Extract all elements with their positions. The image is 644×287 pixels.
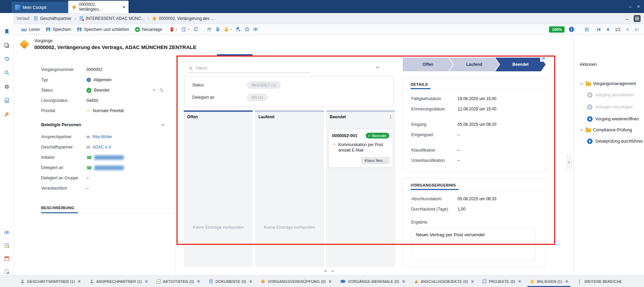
zoom-badge[interactable]: 100% (549, 26, 564, 33)
chevron-down-icon[interactable] (230, 28, 232, 31)
chevron-down-icon[interactable] (580, 82, 584, 86)
lookup-search-icon[interactable] (159, 88, 164, 93)
first-page-icon[interactable] (596, 27, 601, 32)
filter-pill-status[interactable]: BEENDET (1) (247, 82, 281, 88)
breadcrumb-item-geschaeftspartner[interactable]: Geschäftspartner (34, 16, 72, 21)
favorite-button[interactable] (243, 25, 251, 34)
tools-wrench-icon[interactable] (4, 111, 10, 117)
kanban-filter[interactable] (187, 64, 311, 73)
anliegen-card[interactable]: 0000002-001 Beendet Kommunikation per Po… (328, 129, 393, 168)
section-beschreibung[interactable]: BESCHREIBUNG (41, 202, 175, 213)
scroll-up-icon[interactable] (331, 269, 335, 273)
copy-button[interactable] (180, 25, 192, 34)
field-delegiert-an[interactable]: Delegiert an ☎ (41, 163, 175, 173)
watch-button[interactable] (251, 25, 260, 34)
filter-input[interactable] (196, 66, 309, 71)
contact-link[interactable]: Rita Müller (93, 134, 112, 139)
field-loesungsstatus[interactable]: Lösungsstatus Gelöst (41, 95, 175, 106)
save-and-close-button[interactable]: Speichern und schließen (74, 25, 132, 34)
menu-burger-icon[interactable] (584, 27, 590, 32)
field-initiator[interactable]: Initiator ☎ (41, 152, 175, 163)
windows-icon[interactable] (4, 43, 10, 48)
field-delegiert-an-gruppe[interactable]: Delegiert an Gruppe – (41, 173, 175, 183)
last-page-icon[interactable] (634, 27, 639, 32)
attachment-button[interactable] (214, 25, 222, 34)
bottom-tab-aktivitaeten[interactable]: AKTIVITÄTEN (3) × (152, 276, 204, 287)
assignee-tag[interactable]: Klaus Nes... (361, 157, 389, 164)
history-back-icon[interactable]: ← (625, 15, 630, 22)
bottom-tab-projekte[interactable]: PROJEKTE (0) × (478, 276, 525, 287)
new-document-icon[interactable] (4, 269, 10, 274)
collapse-filter-chevron-icon[interactable] (375, 65, 380, 70)
collapse-chevron-icon[interactable] (161, 123, 165, 127)
filter-pill-delegiert[interactable]: KN (1) (247, 94, 267, 101)
field-ansprechpartner[interactable]: Ansprechpartner ✉ Rita Müller (41, 132, 175, 142)
bottom-tab-vorgaenge-merkmale[interactable]: VORGÄNGE-MERKMALE (0) × (336, 276, 409, 287)
report-icon[interactable] (4, 98, 10, 103)
result-textarea[interactable]: Neuer Vertrag per Post versendet (411, 228, 536, 261)
action-group-compliance-pruefung[interactable]: Compliance-Prüfung (580, 125, 644, 135)
field-status[interactable]: Status Beendet (41, 85, 175, 95)
search-icon[interactable] (4, 70, 10, 75)
tab-vorgang-active[interactable]: 0000002, Verlängeru... × (68, 1, 129, 13)
minimize-icon[interactable]: – (629, 4, 632, 9)
expand-panel-icon[interactable] (540, 56, 546, 62)
previous-page-icon[interactable] (605, 27, 610, 32)
calendar-icon[interactable] (4, 256, 10, 261)
close-tab-icon[interactable]: × (471, 279, 474, 284)
field-verantwortlich[interactable]: Verantwortlich – (41, 183, 175, 193)
collapse-panel-handle[interactable]: › (566, 154, 572, 169)
action-group-vorgangsmanagement[interactable]: Vorgangsmanagement (580, 79, 644, 89)
close-tab-icon[interactable]: × (122, 4, 125, 10)
bottom-tab-ansprechpartner[interactable]: ANSPRECHPARTNER (1) × (85, 276, 152, 287)
delete-button[interactable] (168, 25, 180, 34)
history-icon[interactable] (4, 56, 10, 62)
bottom-tab-geschaeftspartner[interactable]: GESCHÄFTSPARTNER (1) × (16, 276, 85, 287)
chevron-down-icon[interactable] (580, 128, 584, 132)
close-tab-icon[interactable]: × (518, 279, 521, 284)
preview-eye-icon[interactable] (4, 230, 10, 235)
permissions-button[interactable] (222, 25, 234, 34)
info-icon[interactable] (569, 26, 574, 32)
settings-gear-icon[interactable] (4, 84, 10, 89)
breadcrumb-item-vorgang[interactable]: 0000002, Verlängerung des ... (152, 16, 214, 21)
close-tab-icon[interactable]: × (329, 279, 331, 284)
new-record-button[interactable]: Neuanlage (132, 25, 165, 34)
close-tab-icon[interactable]: × (145, 279, 148, 284)
close-tab-icon[interactable]: × (249, 279, 252, 284)
bottom-tab-vorgangsverknuepfung[interactable]: VORGANGSVERKNÜPFUNG (0) × (256, 276, 336, 287)
scroll-down-icon[interactable] (324, 269, 327, 273)
read-mode-button[interactable]: Lesen (19, 25, 43, 34)
field-geschaeftspartner[interactable]: Geschäftspartner ✉ ADAC e.V. (41, 142, 175, 152)
bottom-tab-anschlussobjekte[interactable]: ANSCHLUSSOBJEKTE (0) × (410, 276, 478, 287)
close-tab-icon[interactable]: × (78, 279, 81, 284)
next-page-icon[interactable] (625, 27, 630, 32)
save-button[interactable]: Speichern (43, 25, 74, 34)
history-list-icon[interactable] (634, 15, 641, 22)
close-window-icon[interactable]: × (637, 4, 640, 9)
refresh-button[interactable] (192, 25, 200, 34)
close-tab-icon[interactable]: × (197, 279, 200, 284)
breadcrumb-item-interessent[interactable]: INTERESSENT, ADAC MÜNC... (79, 16, 144, 21)
bottom-tab-anliegen[interactable]: ANLIEGEN (1) × (525, 276, 572, 287)
dropdown-chevron-icon[interactable] (153, 88, 156, 92)
tab-mein-cockpit[interactable]: Mein Cockpit (12, 2, 68, 13)
action-vorgang-wiedereroeffnen[interactable]: Vorgang wiedereröffnen (580, 113, 644, 125)
action-detailpruefung-durchfuehren[interactable]: Detailprüfung durchführen (580, 135, 644, 147)
close-tab-icon[interactable]: × (402, 279, 405, 284)
bottom-tab-weitere-bereiche[interactable]: ⋮ WEITERE BEREICHE (572, 276, 627, 287)
print-button[interactable] (205, 25, 214, 34)
contact-link[interactable]: ADAC e.V. (93, 145, 112, 150)
notes-icon[interactable] (4, 243, 10, 248)
follow-button[interactable] (234, 25, 243, 34)
section-beteiligte-personen[interactable]: Beteiligte Personen (41, 118, 175, 132)
close-tab-icon[interactable]: × (566, 279, 568, 284)
field-typ[interactable]: Typ Allgemein (41, 75, 175, 85)
chevron-down-icon[interactable] (187, 28, 190, 31)
workflow-step-laufend[interactable]: Laufend (449, 58, 499, 71)
chevron-down-icon[interactable] (175, 28, 178, 31)
bottom-tab-dokumente[interactable]: DOKUMENTE (0) × (204, 276, 256, 287)
workflow-step-beendet[interactable]: Beendet (495, 58, 546, 71)
field-prioritaet[interactable]: Priorität Normale Priorität (41, 106, 175, 116)
bookmark-icon[interactable] (4, 29, 10, 34)
